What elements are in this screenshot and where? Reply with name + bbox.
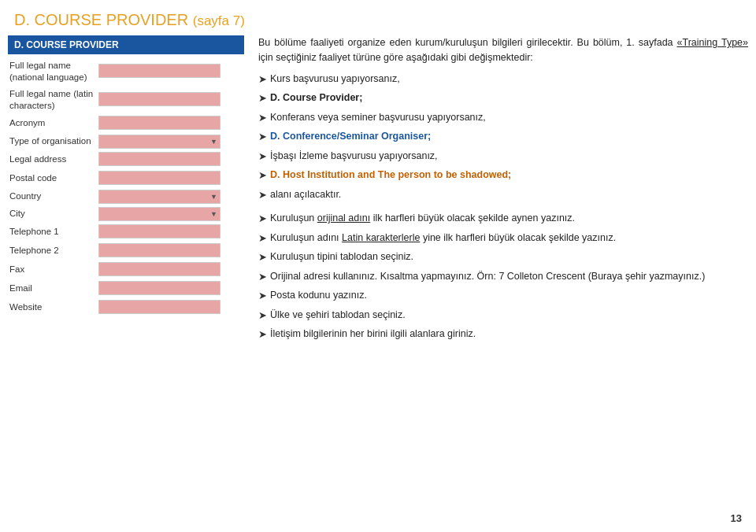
training-type-link: «Training Type» bbox=[677, 37, 748, 48]
bullet-ulke-text: Ülke ve şehiri tablodan seçiniz. bbox=[270, 308, 748, 323]
arrow-icon-10: ➤ bbox=[258, 249, 267, 265]
field-input-cell bbox=[98, 86, 244, 114]
field-select[interactable]: ▼ bbox=[98, 135, 220, 149]
arrow-icon-6: ➤ bbox=[258, 168, 267, 183]
bullet-konferans: ➤ Konferans veya seminer başvurusu yapıy… bbox=[258, 110, 748, 126]
bullet-ulke: ➤ Ülke ve şehiri tablodan seçiniz. bbox=[258, 308, 748, 323]
field-input-cell: ▼ bbox=[98, 188, 244, 205]
field-input-cell bbox=[98, 298, 244, 317]
intro-paragraph: Bu bölüme faaliyeti organize eden kurum/… bbox=[258, 35, 748, 66]
field-input[interactable] bbox=[98, 92, 220, 106]
field-select[interactable]: ▼ bbox=[98, 190, 220, 204]
chevron-down-icon: ▼ bbox=[210, 138, 217, 146]
page-title: D. COURSE PROVIDER (sayfa 7) bbox=[0, 0, 756, 35]
field-label: Acronym bbox=[8, 114, 98, 133]
bullet-host-institution: ➤ D. Host Institution and The person to … bbox=[258, 168, 748, 183]
field-input[interactable] bbox=[98, 64, 220, 78]
bullet-tip-text: Kuruluşun tipini tablodan seçiniz. bbox=[270, 249, 748, 264]
arrow-icon-12: ➤ bbox=[258, 288, 267, 304]
bullet-iletisim: ➤ İletişim bilgilerinin her birini ilgil… bbox=[258, 327, 748, 342]
field-input-cell bbox=[98, 279, 244, 298]
bullet-host-text: D. Host Institution and The person to be… bbox=[270, 168, 748, 183]
form-row: Telephone 2 bbox=[8, 242, 244, 260]
bullet-alan-text: alanı açılacaktır. bbox=[270, 187, 748, 202]
field-input-cell: ▼ bbox=[98, 205, 244, 223]
field-label: Full legal name (latin characters) bbox=[8, 86, 98, 114]
page-subtitle: (sayfa 7) bbox=[193, 13, 245, 28]
field-input-cell bbox=[98, 169, 244, 188]
form-panel: D. COURSE PROVIDER Full legal name (nati… bbox=[8, 35, 244, 346]
info-panel: Bu bölüme faaliyeti organize eden kurum/… bbox=[258, 35, 748, 346]
bullet-latin: ➤ Kuruluşun adını Latin karakterlerle yi… bbox=[258, 231, 748, 246]
form-row: City▼ bbox=[8, 205, 244, 223]
arrow-icon-13: ➤ bbox=[258, 308, 267, 323]
form-header: D. COURSE PROVIDER bbox=[8, 35, 244, 54]
bullet-orijinal-ad: ➤ Kuruluşun orijinal adını ilk harfleri … bbox=[258, 211, 748, 227]
field-label: Fax bbox=[8, 260, 98, 279]
bullet-isbasi-text: İşbaşı İzleme başvurusu yapıyorsanız, bbox=[270, 149, 748, 164]
bullet-isbasi: ➤ İşbaşı İzleme başvurusu yapıyorsanız, bbox=[258, 149, 748, 164]
arrow-icon-11: ➤ bbox=[258, 269, 267, 285]
bullet-konferans-text: Konferans veya seminer başvurusu yapıyor… bbox=[270, 110, 748, 125]
form-row: Full legal name (national language) bbox=[8, 57, 244, 86]
arrow-icon-4: ➤ bbox=[258, 129, 267, 145]
bullet-conference-text: D. Conference/Seminar Organiser; bbox=[270, 129, 748, 144]
bullet-conference-organiser: ➤ D. Conference/Seminar Organiser; bbox=[258, 129, 748, 145]
field-input-cell bbox=[98, 57, 244, 86]
bullet-tip: ➤ Kuruluşun tipini tablodan seçiniz. bbox=[258, 249, 748, 265]
form-row: Acronym bbox=[8, 114, 244, 133]
field-input[interactable] bbox=[98, 171, 220, 185]
field-label: Postal code bbox=[8, 169, 98, 188]
field-select[interactable]: ▼ bbox=[98, 207, 220, 221]
field-input[interactable] bbox=[98, 281, 220, 295]
field-input[interactable] bbox=[98, 262, 220, 276]
form-row: Postal code bbox=[8, 169, 244, 188]
bullet-posta: ➤ Posta kodunu yazınız. bbox=[258, 288, 748, 304]
field-input[interactable] bbox=[98, 116, 220, 130]
field-label: Telephone 2 bbox=[8, 242, 98, 260]
arrow-icon-14: ➤ bbox=[258, 327, 267, 342]
bullet-kurs-text: Kurs başvurusu yapıyorsanız, bbox=[270, 72, 748, 87]
field-label: City bbox=[8, 205, 98, 223]
arrow-icon-8: ➤ bbox=[258, 211, 267, 227]
bullet-posta-text: Posta kodunu yazınız. bbox=[270, 288, 748, 303]
intro-text-2: için seçtiğiniz faaliyet türüne göre aşa… bbox=[258, 52, 533, 63]
arrow-icon-3: ➤ bbox=[258, 110, 267, 126]
title-text: D. COURSE PROVIDER bbox=[14, 11, 188, 28]
field-label: Website bbox=[8, 298, 98, 317]
form-row: Type of organisation▼ bbox=[8, 133, 244, 150]
field-input[interactable] bbox=[98, 152, 220, 166]
bullet-course-provider: ➤ D. Course Provider; bbox=[258, 91, 748, 106]
form-row: Full legal name (latin characters) bbox=[8, 86, 244, 114]
bullet-latin-text: Kuruluşun adını Latin karakterlerle yine… bbox=[270, 231, 748, 246]
form-row: Country▼ bbox=[8, 188, 244, 205]
arrow-icon-7: ➤ bbox=[258, 187, 267, 203]
form-row: Legal address bbox=[8, 150, 244, 169]
chevron-down-icon: ▼ bbox=[210, 210, 217, 218]
chevron-down-icon: ▼ bbox=[210, 193, 217, 201]
field-input[interactable] bbox=[98, 224, 220, 238]
bullet-alan: ➤ alanı açılacaktır. bbox=[258, 187, 748, 203]
field-input-cell: ▼ bbox=[98, 133, 244, 150]
bullet-adres-text: Orijinal adresi kullanınız. Kısaltma yap… bbox=[270, 269, 748, 284]
form-table: Full legal name (national language)Full … bbox=[8, 57, 244, 317]
field-input[interactable] bbox=[98, 243, 220, 257]
field-label: Legal address bbox=[8, 150, 98, 169]
field-input-cell bbox=[98, 223, 244, 242]
field-input-cell bbox=[98, 150, 244, 169]
field-input[interactable] bbox=[98, 300, 220, 314]
arrow-icon-5: ➤ bbox=[258, 149, 267, 164]
field-label: Email bbox=[8, 279, 98, 298]
field-label: Country bbox=[8, 188, 98, 205]
bullet-course-provider-text: D. Course Provider; bbox=[270, 91, 748, 105]
bullet-orijinal-text: Kuruluşun orijinal adını ilk harfleri bü… bbox=[270, 211, 748, 226]
page-number: 13 bbox=[731, 512, 742, 524]
field-label: Type of organisation bbox=[8, 133, 98, 150]
field-input-cell bbox=[98, 114, 244, 133]
form-row: Email bbox=[8, 279, 244, 298]
intro-text-1: Bu bölüme faaliyeti organize eden kurum/… bbox=[258, 37, 677, 48]
field-input-cell bbox=[98, 242, 244, 260]
bullet-kurs-1: ➤ Kurs başvurusu yapıyorsanız, bbox=[258, 72, 748, 87]
field-input-cell bbox=[98, 260, 244, 279]
arrow-icon-1: ➤ bbox=[258, 72, 267, 87]
